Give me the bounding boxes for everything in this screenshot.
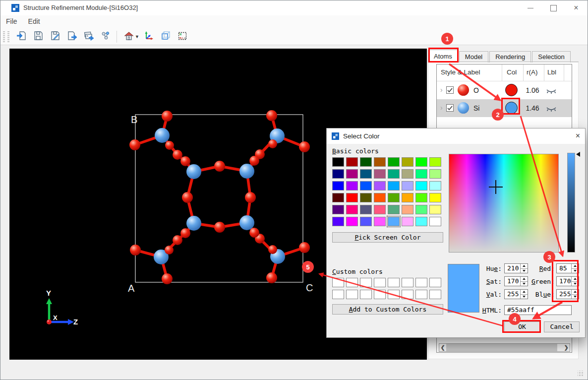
spin-up-icon[interactable] bbox=[572, 290, 579, 295]
basic-color-swatch[interactable] bbox=[346, 181, 358, 190]
label-eye-icon[interactable] bbox=[546, 88, 557, 97]
spin-up-icon[interactable] bbox=[572, 264, 579, 269]
basic-color-swatch[interactable] bbox=[388, 169, 400, 179]
basic-color-swatch[interactable] bbox=[360, 181, 372, 190]
basic-color-swatch[interactable] bbox=[346, 217, 358, 226]
dialog-close-icon[interactable]: × bbox=[576, 131, 580, 140]
visibility-checkbox[interactable] bbox=[446, 86, 454, 96]
save-as-button[interactable] bbox=[47, 30, 63, 44]
basic-color-swatch[interactable] bbox=[402, 157, 413, 167]
pick-screen-color-button[interactable]: Pick Screen Color bbox=[332, 232, 443, 243]
tab-model[interactable]: Model bbox=[459, 51, 488, 63]
scrollbar-thumb[interactable] bbox=[446, 344, 557, 351]
tab-rendering[interactable]: Rendering bbox=[489, 51, 531, 63]
basic-color-swatch[interactable] bbox=[374, 193, 386, 202]
custom-color-swatch[interactable] bbox=[332, 278, 344, 287]
scroll-left-icon[interactable]: ❮ bbox=[439, 344, 446, 351]
spin-down-icon[interactable] bbox=[572, 282, 579, 286]
custom-color-swatch[interactable] bbox=[429, 290, 441, 299]
close-button[interactable]: × bbox=[565, 0, 588, 15]
menu-edit[interactable]: Edit bbox=[23, 15, 46, 25]
custom-color-swatch[interactable] bbox=[415, 290, 427, 299]
basic-color-swatch[interactable] bbox=[332, 217, 344, 226]
atom-color-swatch[interactable] bbox=[505, 102, 518, 114]
basic-color-swatch[interactable] bbox=[332, 157, 344, 167]
blue-spinbox[interactable]: 255 bbox=[556, 289, 579, 299]
hue-saturation-picker[interactable] bbox=[449, 154, 559, 253]
basic-color-swatch[interactable] bbox=[429, 181, 441, 190]
basic-color-swatch[interactable] bbox=[388, 181, 400, 190]
table-horizontal-scrollbar[interactable]: ❮ ❯ bbox=[439, 343, 570, 352]
custom-color-swatch[interactable] bbox=[402, 290, 413, 299]
spin-up-icon[interactable] bbox=[572, 277, 579, 282]
basic-color-swatch[interactable] bbox=[374, 169, 386, 179]
basic-color-swatch[interactable] bbox=[402, 205, 413, 214]
home-dropdown-icon[interactable]: ▼ bbox=[135, 34, 139, 39]
export-image-button[interactable] bbox=[80, 30, 97, 44]
basic-color-swatch[interactable] bbox=[360, 205, 372, 214]
basic-color-swatch[interactable] bbox=[346, 193, 358, 202]
custom-color-swatch[interactable] bbox=[388, 278, 400, 287]
basic-color-swatch[interactable] bbox=[429, 157, 441, 167]
cancel-button[interactable]: Cancel bbox=[544, 321, 580, 332]
basic-color-swatch[interactable] bbox=[388, 217, 400, 226]
export-button[interactable] bbox=[63, 30, 80, 44]
basic-color-swatch[interactable] bbox=[415, 169, 427, 179]
atom-color-swatch[interactable] bbox=[505, 84, 518, 96]
structure-button[interactable] bbox=[97, 30, 114, 44]
resize-grip[interactable] bbox=[578, 371, 584, 377]
basic-color-swatch[interactable] bbox=[374, 217, 386, 226]
expand-chevron-icon[interactable]: › bbox=[440, 104, 443, 112]
label-eye-icon[interactable] bbox=[546, 106, 557, 115]
spin-down-icon[interactable] bbox=[572, 295, 579, 299]
custom-color-swatch[interactable] bbox=[332, 290, 344, 299]
custom-color-swatch[interactable] bbox=[360, 278, 372, 287]
basic-color-swatch[interactable] bbox=[332, 205, 344, 214]
custom-color-swatch[interactable] bbox=[415, 278, 427, 287]
basic-color-swatch[interactable] bbox=[415, 193, 427, 202]
minimize-button[interactable] bbox=[519, 0, 542, 15]
visibility-checkbox[interactable] bbox=[446, 104, 454, 114]
basic-color-swatch[interactable] bbox=[374, 181, 386, 190]
atom-row-o[interactable]: ›O1.06 bbox=[437, 81, 572, 99]
html-color-input[interactable]: #55aaff bbox=[504, 305, 572, 315]
basic-color-swatch[interactable] bbox=[346, 205, 358, 214]
basic-color-swatch[interactable] bbox=[346, 169, 358, 179]
basic-color-swatch[interactable] bbox=[402, 169, 413, 179]
basic-color-swatch[interactable] bbox=[360, 217, 372, 226]
basic-color-swatch[interactable] bbox=[388, 205, 400, 214]
save-button[interactable] bbox=[30, 30, 46, 44]
basic-color-swatch[interactable] bbox=[429, 169, 441, 179]
custom-color-swatch[interactable] bbox=[388, 290, 400, 299]
atom-row-si[interactable]: ›Si1.46 bbox=[437, 99, 572, 117]
maximize-button[interactable] bbox=[542, 0, 565, 15]
basic-color-swatch[interactable] bbox=[402, 181, 413, 190]
basic-color-swatch[interactable] bbox=[429, 217, 441, 226]
custom-color-swatch[interactable] bbox=[374, 278, 386, 287]
basic-color-swatch[interactable] bbox=[415, 157, 427, 167]
basic-color-swatch[interactable] bbox=[415, 205, 427, 214]
basic-color-swatch[interactable] bbox=[332, 181, 344, 190]
basic-color-swatch[interactable] bbox=[415, 181, 427, 190]
red-spinbox[interactable]: 85 bbox=[556, 263, 579, 273]
import-button[interactable] bbox=[13, 30, 29, 44]
cell-select-button[interactable]: B0C bbox=[175, 30, 191, 44]
basic-color-swatch[interactable] bbox=[429, 193, 441, 202]
basic-color-swatch[interactable] bbox=[388, 193, 400, 202]
green-spinbox[interactable]: 170 bbox=[556, 276, 579, 286]
basic-color-swatch[interactable] bbox=[429, 205, 441, 214]
custom-color-swatch[interactable] bbox=[360, 290, 372, 299]
value-slider-indicator-icon[interactable] bbox=[576, 152, 580, 157]
scroll-right-icon[interactable]: ❯ bbox=[563, 344, 570, 351]
basic-color-swatch[interactable] bbox=[374, 157, 386, 167]
tab-atoms[interactable]: Atoms bbox=[428, 50, 458, 63]
basic-color-swatch[interactable] bbox=[360, 193, 372, 202]
basic-color-swatch[interactable] bbox=[415, 217, 427, 226]
tab-selection[interactable]: Selection bbox=[532, 51, 570, 63]
axes-button[interactable] bbox=[141, 30, 157, 44]
basic-color-swatch[interactable] bbox=[332, 193, 344, 202]
basic-color-swatch[interactable] bbox=[402, 193, 413, 202]
custom-color-swatch[interactable] bbox=[429, 278, 441, 287]
basic-color-swatch[interactable] bbox=[360, 157, 372, 167]
add-custom-colors-button[interactable]: Add to Custom Colors bbox=[332, 304, 443, 315]
